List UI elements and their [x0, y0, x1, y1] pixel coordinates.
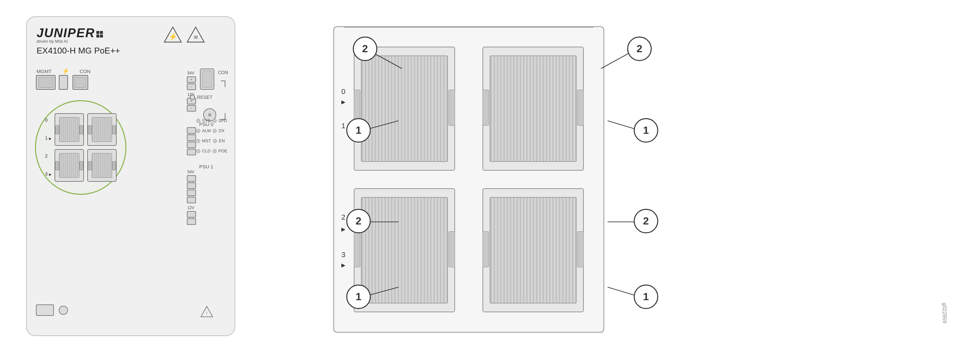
led-row-mst: MST EN — [196, 138, 228, 143]
diag-port-1: 1 — [341, 122, 345, 130]
led-sys-label: SYS — [202, 118, 211, 123]
diag-arrow-2: ▶ — [341, 226, 345, 232]
brand-name: JUNIPER — [37, 26, 95, 40]
sfp-port-grid — [54, 113, 117, 182]
led-cld-label: CLD — [202, 149, 211, 153]
psu1-label: PSU 1 — [199, 164, 213, 170]
con-label: CON — [80, 68, 91, 74]
con-label-right: CON — [218, 70, 228, 75]
diag-port-2: 2 — [341, 213, 345, 222]
led-en-label: EN — [219, 138, 225, 143]
led-row-sys: SYS SPD — [196, 118, 228, 123]
led-poe-label: POE — [218, 149, 228, 153]
led-mst-label: MST — [202, 138, 211, 143]
diagram-area: 0 ▶ 1 2 ▶ 3 ▶ 2 2 1 — [268, 13, 954, 339]
logo-area: JUNIPER driven by Mist AI EX4100-H MG Po… — [37, 26, 120, 56]
warning-icons: ⚡ ≋ — [163, 26, 205, 43]
usb-label: ⚡ — [62, 68, 69, 75]
bracket-top — [221, 81, 225, 87]
callout-mid-right-1: 1 — [634, 118, 658, 143]
psu1-terminals: 54V 12V — [187, 170, 196, 225]
callout-bot-left-2: 2 — [346, 209, 371, 233]
mgmt-label: MGMT — [37, 68, 52, 74]
reset-button[interactable]: RESET — [190, 95, 212, 100]
electrical-warning-icon: ⚡ — [163, 26, 182, 43]
port-cell-top-left — [354, 47, 455, 171]
reset-label: RESET — [197, 95, 212, 100]
device-panel: JUNIPER driven by Mist AI EX4100-H MG Po… — [26, 16, 235, 336]
g-number: g022959 — [942, 303, 947, 323]
port-detail-diagram: 0 ▶ 1 2 ▶ 3 ▶ — [333, 26, 605, 333]
model-name: EX4100-H MG PoE++ — [37, 46, 120, 56]
sfp-port-0 — [54, 113, 84, 146]
diag-arrow-3: ▶ — [341, 262, 345, 268]
svg-text:!: ! — [206, 311, 207, 316]
callout-mid-left-1: 1 — [346, 118, 371, 143]
svg-text:⚡: ⚡ — [169, 32, 178, 41]
diag-arrow-0: ▶ — [341, 99, 345, 105]
port-labels-row: MGMT ⚡ CON — [37, 68, 91, 75]
callout-far-bot-left-1: 1 — [346, 285, 371, 309]
led-dx-label: DX — [218, 128, 224, 133]
sfp-port-1 — [87, 113, 117, 146]
callout-bot-right-2: 2 — [634, 209, 658, 233]
con-connector-right — [200, 68, 214, 90]
main-port-circle: 0 1 ▶ 2 3 ▶ — [35, 100, 126, 195]
led-row-cld: CLD POE — [196, 149, 228, 153]
led-indicators: SYS SPD ALM DX MST EN CLD POE — [196, 118, 228, 153]
sfp-port-3 — [87, 149, 117, 182]
svg-text:≋: ≋ — [193, 34, 198, 40]
psu0-terminals-lower — [187, 127, 196, 155]
callout-far-bot-right-1: 1 — [634, 285, 658, 309]
port-cell-top-right — [482, 47, 584, 171]
diag-port-3: 3 — [341, 250, 345, 259]
port-numbers-left: 0 1 ▶ 2 3 ▶ — [45, 111, 52, 183]
diag-port-0: 0 — [341, 87, 345, 96]
callout-top-right-2: 2 — [627, 36, 652, 61]
usb-port — [59, 75, 68, 90]
led-row-alm: ALM DX — [196, 128, 228, 133]
callout-top-left-2: 2 — [353, 36, 377, 61]
con-port-device — [73, 75, 88, 90]
bottom-warning: ! — [200, 306, 213, 317]
sfp-port-2 — [54, 149, 84, 182]
led-alm-label: ALM — [202, 128, 211, 133]
led-spd-label: SPD — [218, 118, 228, 123]
port-cell-bot-right — [482, 188, 584, 312]
mgmt-port — [36, 75, 56, 90]
psu0-terminals: 54V + - 12V + - — [187, 71, 196, 112]
heat-warning-icon: ≋ — [186, 26, 205, 43]
bottom-ports — [36, 304, 68, 316]
brand-icon — [96, 31, 103, 38]
